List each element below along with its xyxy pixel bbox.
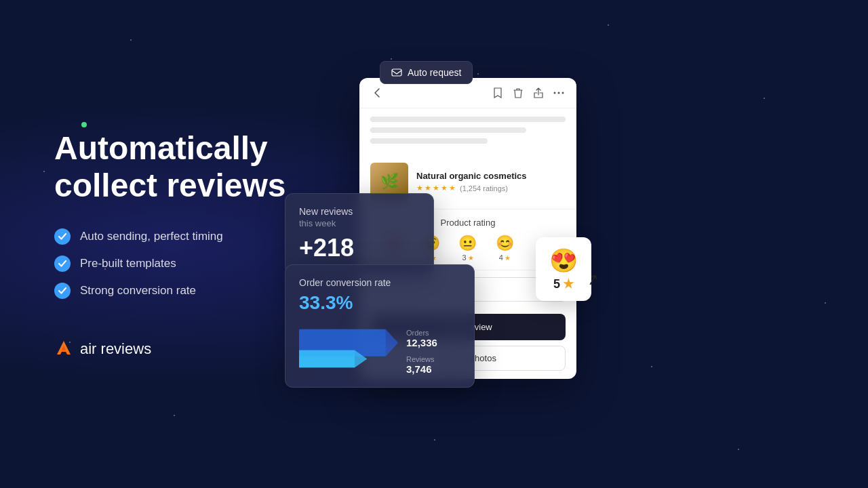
feature-text-1: Auto sending, perfect timing [80, 230, 223, 243]
check-icon-3 [54, 283, 71, 299]
reviews-stat: Reviews 3,746 [406, 355, 460, 375]
conversion-rate-card: Order conversion rate 33.3% [285, 264, 475, 388]
bookmark-icon[interactable] [491, 86, 505, 100]
feature-item-2: Pre-built templates [54, 256, 298, 272]
feature-item-3: Strong conversion rate [54, 283, 298, 299]
placeholder-line-2 [370, 127, 526, 133]
check-icon-2 [54, 256, 71, 272]
svg-point-1 [554, 92, 556, 94]
conversion-rate-value: 33.3% [299, 292, 460, 314]
auto-request-button[interactable]: Auto request [380, 61, 473, 84]
placeholder-line-3 [370, 138, 488, 144]
check-icon-1 [54, 228, 71, 245]
orders-value: 12,336 [406, 337, 460, 348]
star-1: ★ [416, 184, 423, 192]
new-reviews-label: New reviews [299, 206, 420, 217]
orders-stat: Orders 12,336 [406, 329, 460, 348]
emoji-rating-4[interactable]: 😊 4★ [496, 236, 514, 262]
main-title: Automatically collect reviews [54, 129, 298, 204]
main-content: Automatically collect reviews Auto sendi… [0, 0, 868, 488]
emoji-5-popup[interactable]: 😍 5 ★ [536, 237, 591, 301]
share-icon[interactable] [532, 86, 545, 100]
more-icon[interactable] [552, 86, 566, 100]
feature-text-3: Strong conversion rate [80, 284, 196, 298]
bar-chart-svg [299, 321, 398, 375]
logo-icon [54, 340, 73, 359]
reviews-stat-value: 3,746 [406, 363, 460, 375]
star-5: ★ [449, 184, 456, 192]
conversion-label: Order conversion rate [299, 277, 460, 288]
email-icon [391, 67, 402, 78]
feature-text-2: Pre-built templates [80, 257, 176, 270]
auto-request-label: Auto request [408, 67, 461, 78]
new-reviews-count: +218 [299, 234, 420, 262]
star-2: ★ [425, 184, 431, 192]
star-4: ★ [441, 184, 448, 192]
star-3: ★ [433, 184, 439, 192]
conversion-stats: Orders 12,336 Reviews 3,746 [406, 329, 460, 375]
product-details: Natural organic cosmetics ★ ★ ★ ★ ★ (1,2… [416, 171, 527, 192]
emoji-5-face: 😍 [549, 247, 578, 274]
right-section: Auto request [339, 0, 868, 488]
feature-item-1: Auto sending, perfect timing [54, 228, 298, 245]
rating-count: (1,254 ratings) [460, 184, 508, 192]
svg-rect-0 [392, 69, 401, 76]
svg-point-2 [558, 92, 560, 94]
svg-point-3 [562, 92, 564, 94]
emoji-num-4: 4★ [499, 253, 511, 262]
features-list: Auto sending, perfect timing Pre-built t… [54, 228, 298, 299]
orders-label: Orders [406, 329, 460, 337]
placeholder-line-1 [370, 117, 566, 122]
card-nav-icons [491, 86, 566, 100]
svg-marker-7 [299, 350, 367, 368]
reviews-stat-label: Reviews [406, 355, 460, 363]
emoji-3: 😐 [458, 236, 477, 251]
logo-text: air reviews [80, 340, 151, 358]
conversion-chart-area: Orders 12,336 Reviews 3,746 [299, 321, 460, 375]
placeholder-lines [359, 108, 576, 157]
star-rating: ★ ★ ★ ★ ★ (1,254 ratings) [416, 184, 527, 192]
new-reviews-week: this week [299, 218, 420, 228]
back-button[interactable] [370, 86, 384, 100]
logo-area: air reviews [54, 340, 298, 359]
emoji-rating-3[interactable]: 😐 3★ [458, 236, 477, 262]
trash-icon[interactable] [511, 86, 525, 100]
new-reviews-card: New reviews this week +218 [285, 193, 434, 275]
product-name: Natural organic cosmetics [416, 171, 527, 181]
emoji-num-3: 3★ [462, 253, 473, 262]
green-dot-decoration [81, 122, 87, 127]
chart-bars [299, 321, 398, 375]
emoji-4: 😊 [496, 236, 514, 251]
emoji-5-num: 5 ★ [553, 277, 574, 291]
